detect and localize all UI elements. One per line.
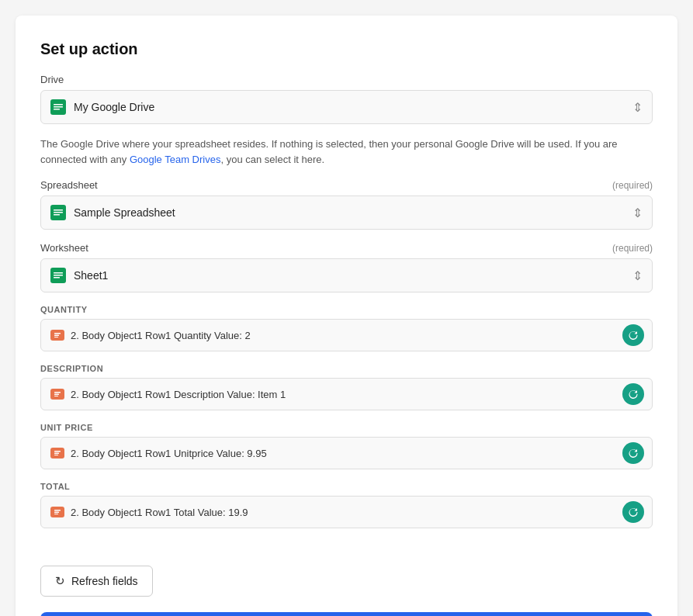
mapped-field-value-3: 2. Body Object1 Row1 Total Value: 19.9: [71, 507, 248, 518]
field-refresh-button-3[interactable]: [622, 501, 644, 523]
tag-icon: [50, 507, 64, 517]
mapped-field-label-3: TOTAL: [40, 482, 653, 491]
sheets-icon: [50, 99, 66, 115]
refresh-fields-label: Refresh fields: [71, 575, 138, 587]
svg-rect-25: [54, 510, 61, 511]
svg-rect-2: [54, 106, 63, 108]
field-refresh-button-2[interactable]: [622, 442, 644, 464]
mapped-field-label-1: DESCRIPTION: [40, 364, 653, 373]
mapped-field-section-3: TOTAL 2. Body Object1 Row1 Total Value: …: [40, 482, 653, 528]
svg-rect-14: [54, 335, 59, 337]
spreadsheet-chevron-icon: ⇕: [632, 206, 643, 220]
tag-icon: [50, 389, 64, 400]
mapped-field-label-0: QUANTITY: [40, 305, 653, 314]
svg-rect-5: [54, 209, 63, 211]
svg-rect-22: [54, 453, 59, 455]
field-refresh-button-0[interactable]: [622, 324, 644, 346]
svg-rect-18: [54, 394, 59, 396]
svg-rect-11: [54, 277, 60, 279]
worksheet-chevron-icon: ⇕: [632, 268, 643, 283]
svg-rect-21: [54, 451, 61, 452]
mapped-field-label-2: UNIT PRICE: [40, 423, 653, 432]
svg-rect-26: [54, 512, 59, 514]
page-title: Set up action: [40, 40, 653, 58]
drive-help-text: The Google Drive where your spreadsheet …: [40, 137, 653, 167]
mapped-field-input-2[interactable]: 2. Body Object1 Row1 Unitprice Value: 9.…: [40, 437, 653, 469]
worksheet-value: Sheet1: [74, 269, 108, 282]
svg-rect-13: [54, 333, 61, 334]
tag-icon: [50, 448, 64, 459]
svg-rect-10: [54, 275, 63, 276]
spreadsheet-select[interactable]: Sample Spreadsheet ⇕: [40, 196, 653, 230]
mapped-field-wrapper-2: 2. Body Object1 Row1 Unitprice Value: 9.…: [40, 437, 653, 469]
svg-rect-1: [54, 104, 63, 106]
svg-rect-9: [54, 272, 63, 274]
svg-rect-3: [54, 109, 60, 110]
continue-button[interactable]: Continue: [40, 612, 653, 616]
field-refresh-button-1[interactable]: [622, 383, 644, 405]
worksheet-select[interactable]: Sheet1 ⇕: [40, 258, 653, 292]
mapped-field-value-1: 2. Body Object1 Row1 Description Value: …: [71, 389, 286, 400]
refresh-fields-button[interactable]: ↻ Refresh fields: [40, 566, 153, 597]
bottom-area: ↻ Refresh fields Continue: [40, 559, 653, 616]
svg-rect-15: [54, 337, 58, 337]
mapped-field-wrapper-3: 2. Body Object1 Row1 Total Value: 19.9: [40, 496, 653, 528]
spreadsheet-required: (required): [612, 180, 653, 191]
svg-rect-17: [54, 392, 61, 393]
mapped-field-wrapper-1: 2. Body Object1 Row1 Description Value: …: [40, 378, 653, 410]
mapped-field-section-2: UNIT PRICE 2. Body Object1 Row1 Unitpric…: [40, 423, 653, 469]
mapped-field-section-1: DESCRIPTION 2. Body Object1 Row1 Descrip…: [40, 364, 653, 410]
svg-rect-6: [54, 212, 63, 213]
drive-value: My Google Drive: [74, 101, 154, 113]
tag-icon: [50, 330, 64, 341]
spreadsheet-label-row: Spreadsheet (required): [40, 179, 653, 191]
google-team-drives-link[interactable]: Google Team Drives: [130, 154, 221, 165]
mapped-field-value-2: 2. Body Object1 Row1 Unitprice Value: 9.…: [71, 448, 267, 459]
drive-section: Drive My Google Drive ⇕: [40, 74, 653, 124]
mapped-field-input-1[interactable]: 2. Body Object1 Row1 Description Value: …: [40, 378, 653, 410]
mapped-field-wrapper-0: 2. Body Object1 Row1 Quantity Value: 2: [40, 319, 653, 351]
drive-label: Drive: [40, 74, 653, 85]
worksheet-section: Worksheet (required) Sheet1 ⇕: [40, 242, 653, 292]
mapped-field-input-3[interactable]: 2. Body Object1 Row1 Total Value: 19.9: [40, 496, 653, 528]
mapped-field-value-0: 2. Body Object1 Row1 Quantity Value: 2: [71, 330, 251, 341]
worksheet-required: (required): [612, 243, 653, 254]
spreadsheet-section: Spreadsheet (required) Sample Spreadshee…: [40, 179, 653, 230]
drive-select[interactable]: My Google Drive ⇕: [40, 90, 653, 124]
drive-chevron-icon: ⇕: [632, 100, 643, 115]
refresh-icon: ↻: [55, 574, 65, 588]
mapped-field-input-0[interactable]: 2. Body Object1 Row1 Quantity Value: 2: [40, 319, 653, 351]
spreadsheet-value: Sample Spreadsheet: [74, 206, 175, 219]
mapped-field-section-0: QUANTITY 2. Body Object1 Row1 Quantity V…: [40, 305, 653, 351]
svg-rect-27: [54, 514, 58, 514]
svg-rect-19: [54, 396, 58, 396]
spreadsheet-sheets-icon: [50, 205, 66, 220]
svg-rect-23: [54, 455, 58, 455]
mapped-fields-container: QUANTITY 2. Body Object1 Row1 Quantity V…: [40, 305, 653, 541]
worksheet-sheets-icon: [50, 268, 66, 283]
setup-action-container: Set up action Drive My Google Drive ⇕ Th…: [16, 16, 677, 616]
worksheet-label-row: Worksheet (required): [40, 242, 653, 254]
svg-rect-7: [54, 214, 60, 216]
